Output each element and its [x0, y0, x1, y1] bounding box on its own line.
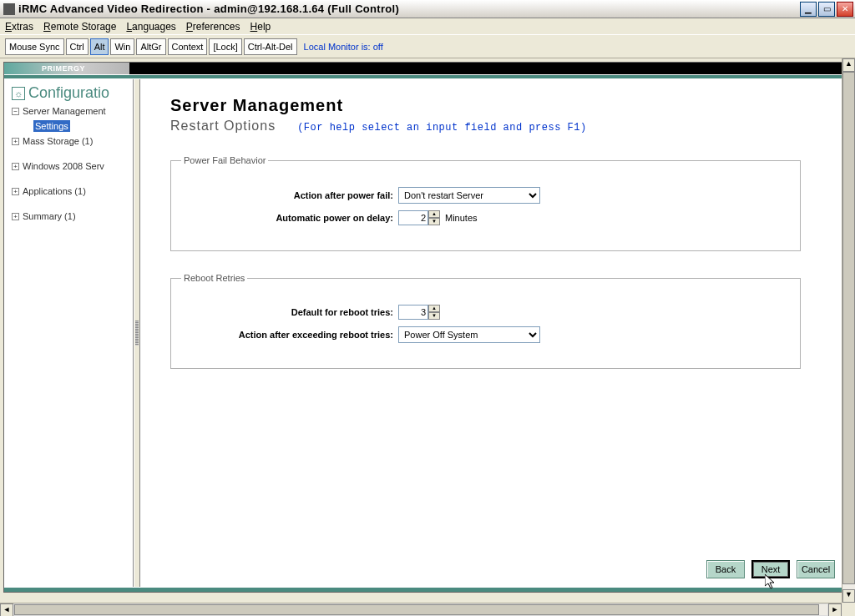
power-fail-fieldset: Power Fail Behavior Action after power f… [170, 155, 801, 251]
scroll-down-icon[interactable]: ▼ [842, 589, 855, 603]
fieldset-legend: Reboot Retries [181, 273, 247, 283]
toolbar: Mouse Sync Ctrl Alt Win AltGr Context [L… [0, 35, 855, 58]
tb-lock[interactable]: [Lock] [209, 38, 241, 55]
remote-screen: PRIMERGY ☼ Configuratio − Server Managem… [3, 62, 847, 593]
horizontal-scrollbar[interactable]: ◄ ► [0, 603, 842, 616]
scroll-thumb[interactable] [842, 72, 855, 584]
tree-applications[interactable]: + Applications (1) [12, 184, 133, 199]
decorative-strip [4, 587, 846, 592]
spin-down-icon[interactable]: ▼ [428, 218, 440, 225]
config-icon: ☼ [12, 87, 25, 100]
splitter[interactable] [134, 79, 140, 587]
tree-windows-2008[interactable]: + Windows 2008 Serv [12, 159, 133, 174]
window-title: iRMC Advanced Video Redirection - admin@… [18, 3, 800, 15]
tb-win[interactable]: Win [110, 38, 134, 55]
window-titlebar: iRMC Advanced Video Redirection - admin@… [0, 0, 855, 18]
input-reboot-tries[interactable] [398, 305, 428, 320]
scroll-right-icon[interactable]: ► [828, 603, 842, 616]
tree-settings[interactable]: Settings [12, 119, 133, 134]
unit-minutes: Minutes [445, 213, 478, 223]
spinner-power-on-delay[interactable]: ▲ ▼ [398, 210, 440, 225]
tb-mouse-sync[interactable]: Mouse Sync [5, 38, 64, 55]
spin-up-icon[interactable]: ▲ [428, 305, 440, 312]
page-title: Server Management [170, 96, 827, 115]
main-panel: Server Management Restart Options (For h… [140, 79, 842, 587]
select-action-power-fail[interactable]: Don't restart Server [398, 187, 540, 204]
fieldset-legend: Power Fail Behavior [181, 155, 268, 165]
tb-ctrl[interactable]: Ctrl [66, 38, 89, 55]
input-power-on-delay[interactable] [398, 210, 428, 225]
tb-context[interactable]: Context [168, 38, 208, 55]
label-action-exceeding: Action after exceeding reboot tries: [181, 330, 398, 340]
local-monitor-status: Local Monitor is: off [304, 42, 383, 52]
menu-extras[interactable]: Extras [5, 21, 33, 33]
sidebar: ☼ Configuratio − Server Management Setti… [8, 79, 134, 587]
menu-bar: Extras Remote Storage Languages Preferen… [0, 18, 855, 35]
menu-help[interactable]: Help [250, 21, 271, 33]
vertical-scrollbar[interactable]: ▲ ▼ [842, 58, 855, 603]
scroll-track[interactable] [842, 72, 855, 589]
tb-alt[interactable]: Alt [90, 38, 109, 55]
expand-icon[interactable]: + [12, 213, 19, 220]
collapse-icon[interactable]: − [12, 108, 19, 115]
help-hint: (For help select an input field and pres… [297, 122, 587, 134]
tb-altgr[interactable]: AltGr [136, 38, 165, 55]
menu-languages[interactable]: Languages [126, 21, 175, 33]
scroll-track[interactable] [13, 603, 828, 616]
scroll-left-icon[interactable]: ◄ [0, 603, 13, 616]
maximize-button[interactable]: ▭ [818, 2, 835, 17]
close-button[interactable]: ✕ [837, 2, 853, 17]
back-button[interactable]: Back [706, 560, 745, 578]
spinner-reboot-tries[interactable]: ▲ ▼ [398, 305, 440, 320]
scroll-thumb[interactable] [14, 604, 819, 615]
expand-icon[interactable]: + [12, 188, 19, 195]
spin-up-icon[interactable]: ▲ [428, 210, 440, 218]
reboot-retries-fieldset: Reboot Retries Default for reboot tries:… [170, 273, 801, 369]
tree-mass-storage[interactable]: + Mass Storage (1) [12, 134, 133, 149]
nav-buttons: Back Next Cancel [706, 560, 835, 578]
primergy-bar: PRIMERGY [4, 63, 846, 74]
page-subtitle: Restart Options [170, 119, 276, 134]
nav-tree: − Server Management Settings + Mass Stor… [8, 104, 133, 224]
primergy-logo: PRIMERGY [4, 63, 129, 74]
expand-icon[interactable]: + [12, 163, 19, 170]
cancel-button[interactable]: Cancel [797, 560, 835, 578]
sidebar-title: ☼ Configuratio [8, 81, 133, 104]
spin-down-icon[interactable]: ▼ [428, 312, 440, 320]
scroll-up-icon[interactable]: ▲ [842, 58, 855, 72]
tree-server-management[interactable]: − Server Management [12, 104, 133, 119]
next-button[interactable]: Next [751, 560, 790, 578]
label-action-power-fail: Action after power fail: [181, 190, 398, 200]
scroll-corner [842, 603, 855, 616]
label-reboot-tries: Default for reboot tries: [181, 307, 398, 317]
select-action-exceeding[interactable]: Power Off System [398, 326, 540, 343]
label-power-on-delay: Automatic power on delay: [181, 213, 398, 223]
tb-ctrl-alt-del[interactable]: Ctrl-Alt-Del [244, 38, 297, 55]
menu-remote-storage[interactable]: Remote Storage [43, 21, 116, 33]
expand-icon[interactable]: + [12, 138, 19, 145]
tree-summary[interactable]: + Summary (1) [12, 209, 133, 224]
minimize-button[interactable]: ▁ [800, 2, 817, 17]
app-icon [3, 3, 15, 15]
menu-preferences[interactable]: Preferences [186, 21, 240, 33]
